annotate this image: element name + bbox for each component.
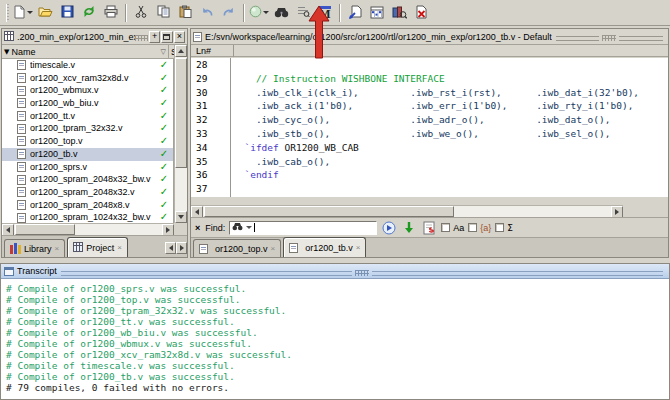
toolbar-separator <box>125 4 127 22</box>
left-pane-tabbar: Library × Project × <box>2 235 187 257</box>
verilog-file-icon <box>17 187 26 197</box>
scrollbar-thumb[interactable] <box>15 224 75 235</box>
simulate-button[interactable] <box>388 3 410 23</box>
close-icon[interactable]: × <box>356 243 361 252</box>
whole-word-option[interactable]: {a} <box>468 223 491 233</box>
close-icon[interactable]: × <box>117 243 122 252</box>
line-number: 33 <box>191 127 231 141</box>
transcript-line: # Compile of or1200_xcv_ram32x8d.v was s… <box>6 349 292 360</box>
status-check-icon: ✓ <box>157 199 171 212</box>
code-line: 35 .iwb_cab_o(), <box>191 155 668 169</box>
scrollbar-thumb[interactable] <box>204 206 454 217</box>
toolbar-grip[interactable] <box>6 4 9 22</box>
triangle-up-icon <box>178 49 184 53</box>
binoculars-icon <box>274 6 289 20</box>
highlight-matches-button[interactable] <box>421 220 437 236</box>
transcript-icon <box>4 267 14 276</box>
pane-drag-handle[interactable] <box>135 35 148 41</box>
header-rule <box>619 36 663 41</box>
table-row[interactable]: or1200_sprs.v✓ <box>2 161 173 174</box>
code-text: OR1200_WB_CAB <box>279 142 359 153</box>
table-row[interactable]: or1200_spram_2048x8.v✓ <box>2 199 173 212</box>
line-number: 31 <box>191 99 231 113</box>
document-icon <box>199 244 208 254</box>
table-row-selected[interactable]: or1200_tb.v✓ <box>2 148 173 161</box>
file-name: or1200_tt.v <box>30 110 157 123</box>
transcript-output[interactable]: # Compile of or1200_sprs.v was successfu… <box>1 279 669 397</box>
status-check-icon: ✓ <box>157 211 171 223</box>
project-pane: .200_min_exp/or1200_min_exp + × ▼ Name ▽… <box>1 28 188 258</box>
undo-button[interactable] <box>196 3 218 23</box>
table-row[interactable]: or1200_tpram_32x32.v✓ <box>2 122 173 135</box>
undock-pane-button[interactable] <box>161 31 172 43</box>
compile-button[interactable] <box>344 3 366 23</box>
new-document-button[interactable] <box>12 3 34 23</box>
verilog-file-icon <box>17 213 26 223</box>
scroll-down-button[interactable] <box>175 211 187 223</box>
line-number: 32 <box>191 113 231 127</box>
chevron-down-icon <box>246 226 252 229</box>
close-pane-button[interactable]: × <box>174 31 185 43</box>
pane-drag-handle[interactable] <box>602 35 616 41</box>
pane-drag-handle[interactable] <box>355 270 369 276</box>
editor-horizontal-scrollbar[interactable] <box>191 205 623 217</box>
project-file-tree[interactable]: timescale.v✓ or1200_xcv_ram32x8d.v✓ or12… <box>2 59 174 223</box>
line-number: 30 <box>191 86 231 100</box>
save-button[interactable] <box>56 3 78 23</box>
editor-header: E:/svn/workspace/learning/or1200/src/or1… <box>191 29 668 45</box>
match-case-checkbox[interactable] <box>441 223 450 232</box>
tab-or1200-top[interactable]: or1200_top.v × <box>193 239 281 257</box>
column-header-name[interactable]: ▼ Name ▽ <box>2 45 169 58</box>
binoculars-icon <box>232 222 243 233</box>
break-button[interactable] <box>410 3 432 23</box>
scrollbar-thumb[interactable] <box>175 58 187 168</box>
tab-or1200-tb[interactable]: or1200_tb.v × <box>283 237 366 257</box>
editor-tabbar: or1200_top.v × or1200_tb.v × <box>191 237 668 257</box>
table-row[interactable]: or1200_wb_biu.v✓ <box>2 97 173 110</box>
header-rule <box>61 271 352 276</box>
line-number: 35 <box>191 155 231 169</box>
code-line: 38 // Data WISHBONE INTERFACE <box>191 196 668 197</box>
find-close-button[interactable]: × <box>194 223 201 233</box>
run-button[interactable] <box>248 3 270 23</box>
whole-word-checkbox[interactable] <box>468 223 477 232</box>
search-direction-down-button[interactable] <box>401 220 417 236</box>
table-row[interactable]: or1200_top.v✓ <box>2 135 173 148</box>
tabs-scroll-left-button[interactable] <box>165 242 176 254</box>
find-button[interactable] <box>270 3 292 23</box>
cut-button[interactable] <box>130 3 152 23</box>
tabs-scroll-right-button[interactable] <box>176 242 187 254</box>
find-next-button[interactable] <box>381 220 397 236</box>
redo-button[interactable] <box>218 3 240 23</box>
table-row[interactable]: or1200_xcv_ram32x8d.v✓ <box>2 72 173 85</box>
table-row[interactable]: or1200_tt.v✓ <box>2 110 173 123</box>
table-row[interactable]: or1200_wbmux.v✓ <box>2 84 173 97</box>
regex-checkbox[interactable] <box>495 223 504 232</box>
open-file-button[interactable] <box>34 3 56 23</box>
code-text: .iwb_cyc_o(), .iwb_adr_o(), .iwb_dat_o()… <box>233 114 611 125</box>
close-icon[interactable]: × <box>271 244 276 253</box>
search-input[interactable] <box>229 221 377 235</box>
print-button[interactable] <box>100 3 122 23</box>
code-text: `ifdef <box>233 142 279 153</box>
tree-vertical-scrollbar[interactable] <box>174 45 187 223</box>
code-viewport[interactable]: 28 29 // Instruction WISHBONE INTERFACE … <box>191 58 668 197</box>
status-check-icon: ✓ <box>157 97 171 110</box>
tab-library[interactable]: Library × <box>4 239 65 257</box>
compile-all-button[interactable] <box>366 3 388 23</box>
table-row[interactable]: timescale.v✓ <box>2 59 173 72</box>
tab-project[interactable]: Project × <box>67 237 128 257</box>
match-case-option[interactable]: Aa <box>441 223 464 233</box>
paste-button[interactable] <box>174 3 196 23</box>
copy-button[interactable] <box>152 3 174 23</box>
table-row[interactable]: or1200_spram_1024x32_bw.v✓ <box>2 211 173 223</box>
refresh-button[interactable] <box>78 3 100 23</box>
expand-pane-button[interactable]: + <box>149 31 160 43</box>
regex-option[interactable]: Σ <box>495 223 513 233</box>
table-row[interactable]: or1200_spram_2048x32_bw.v✓ <box>2 173 173 186</box>
file-name: or1200_tpram_32x32.v <box>30 122 157 135</box>
tree-horizontal-scrollbar[interactable] <box>2 223 174 235</box>
table-row[interactable]: or1200_spram_2048x32.v✓ <box>2 186 173 199</box>
close-icon[interactable]: × <box>55 244 60 253</box>
scroll-up-button[interactable] <box>175 45 187 57</box>
